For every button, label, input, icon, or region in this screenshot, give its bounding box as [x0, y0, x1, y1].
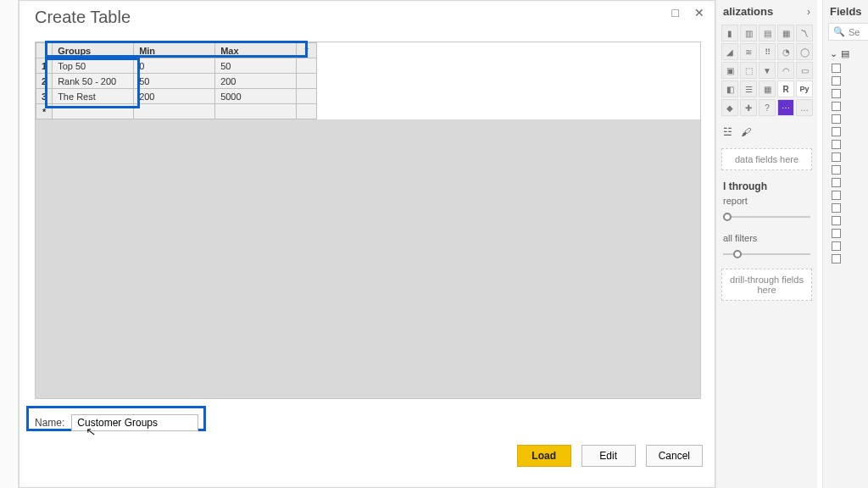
create-table-dialog: □ ✕ Create Table Groups Min Max * [19, 0, 715, 488]
row-header-blank [36, 43, 53, 58]
checkbox-icon [832, 191, 841, 200]
cell-max[interactable]: 50 [215, 58, 297, 74]
cell-extra[interactable] [297, 89, 317, 104]
table-row[interactable]: 3The Rest2005000 [36, 89, 317, 104]
field-checkbox-item[interactable] [826, 176, 868, 189]
visualizations-title: alizations [723, 5, 773, 18]
fields-tab-icon[interactable]: ☳ [723, 126, 732, 138]
cell-groups[interactable]: Rank 50 - 200 [53, 74, 134, 89]
slicer-icon[interactable]: ☰ [740, 80, 757, 97]
gauge-icon[interactable]: ◠ [777, 62, 794, 79]
cell-extra[interactable] [297, 58, 317, 74]
field-checkbox-item[interactable] [826, 151, 868, 164]
key-influencers-icon[interactable]: ◆ [721, 99, 738, 116]
field-checkbox-item[interactable] [826, 87, 868, 100]
row-number: 2 [36, 74, 53, 89]
checkbox-icon [832, 254, 841, 263]
table-new-row[interactable]: * [36, 104, 317, 119]
funnel-icon[interactable]: ▼ [759, 62, 776, 79]
field-checkbox-item[interactable] [826, 252, 868, 265]
load-button[interactable]: Load [517, 445, 571, 467]
field-checkbox-item[interactable] [826, 75, 868, 87]
window-maximize-icon[interactable]: □ [669, 4, 682, 21]
keep-all-filters-toggle[interactable] [723, 248, 810, 260]
cross-report-toggle[interactable] [723, 211, 810, 223]
field-checkbox-item[interactable] [826, 214, 868, 227]
stacked-column-icon[interactable]: ▤ [759, 25, 776, 42]
field-checkbox-item[interactable] [826, 202, 868, 214]
checkbox-icon [832, 127, 841, 136]
format-tab-icon[interactable]: 🖌 [741, 126, 751, 138]
python-visual-icon[interactable]: Py [796, 80, 813, 97]
field-checkbox-item[interactable] [826, 62, 868, 75]
chevron-right-icon[interactable]: › [807, 6, 810, 18]
checkbox-icon [832, 64, 841, 73]
pie-chart-icon[interactable]: ◔ [777, 43, 794, 60]
checkbox-icon [832, 203, 841, 213]
field-checkbox-item[interactable] [826, 240, 868, 252]
checkbox-icon [832, 216, 841, 225]
col-header-asterisk[interactable]: * [297, 43, 317, 58]
col-header-max[interactable]: Max [215, 43, 297, 58]
checkbox-icon [832, 165, 841, 175]
cell-max[interactable]: 200 [215, 74, 297, 89]
cell-min[interactable]: 0 [134, 58, 215, 74]
edit-button[interactable]: Edit [581, 445, 636, 467]
visualizations-pane: alizations › ▮ ▥ ▤ ▦ 〽 ◢ ≋ ⠿ ◔ ◯ ▣ ⬚ ▼ ◠… [715, 0, 817, 488]
cell-min[interactable]: 50 [134, 74, 215, 89]
drillthrough-fields-dropzone[interactable]: drill-through fields here [721, 269, 812, 301]
row-number: 3 [36, 89, 53, 104]
cell-extra[interactable] [297, 74, 317, 89]
field-checkbox-item[interactable] [826, 113, 868, 125]
kpi-icon[interactable]: ◧ [721, 80, 738, 97]
scatter-chart-icon[interactable]: ⠿ [759, 43, 776, 60]
decomposition-icon[interactable]: ✚ [740, 99, 757, 116]
cell-groups[interactable]: Top 50 [53, 58, 134, 74]
table-icon: ▤ [841, 48, 849, 59]
clustered-column-icon[interactable]: ▦ [777, 25, 794, 42]
create-table-grid[interactable]: Groups Min Max * 1Top 500502Rank 50 - 20… [36, 42, 317, 119]
import-visual-icon[interactable]: … [796, 99, 813, 116]
checkbox-icon [832, 76, 841, 86]
fields-search-input[interactable]: 🔍 Se [828, 23, 868, 41]
window-close-icon[interactable]: ✕ [691, 4, 708, 21]
map-icon[interactable]: ⬚ [740, 62, 757, 79]
cell-min[interactable]: 200 [134, 89, 215, 104]
checkbox-icon [832, 114, 841, 124]
ribbon-chart-icon[interactable]: ≋ [740, 43, 757, 60]
field-checkbox-item[interactable] [826, 164, 868, 176]
card-icon[interactable]: ▭ [796, 62, 813, 79]
field-checkbox-item[interactable] [826, 138, 868, 151]
field-checkbox-item[interactable] [826, 125, 868, 138]
treemap-icon[interactable]: ▣ [721, 62, 738, 79]
checkbox-icon [832, 140, 841, 149]
r-visual-icon[interactable]: R [777, 80, 794, 97]
cell-groups[interactable]: The Rest [53, 89, 134, 104]
name-label: Name: [35, 417, 64, 429]
dialog-grid-area: Groups Min Max * 1Top 500502Rank 50 - 20… [35, 42, 701, 399]
donut-chart-icon[interactable]: ◯ [796, 43, 813, 60]
new-row-marker: * [36, 104, 53, 119]
visual-values-dropzone[interactable]: data fields here [721, 148, 812, 170]
cross-report-label: report [720, 194, 814, 208]
powerapps-visual-icon[interactable]: ⋯ [777, 99, 794, 116]
area-chart-icon[interactable]: ◢ [721, 43, 738, 60]
clustered-bar-icon[interactable]: ▥ [740, 25, 757, 42]
cancel-button[interactable]: Cancel [646, 445, 703, 467]
field-checkbox-item[interactable] [826, 189, 868, 202]
checkbox-icon [832, 178, 841, 187]
field-checkbox-item[interactable] [826, 100, 868, 113]
cell-max[interactable]: 5000 [215, 89, 297, 104]
stacked-bar-icon[interactable]: ▮ [721, 25, 738, 42]
col-header-min[interactable]: Min [134, 43, 215, 58]
table-visual-icon[interactable]: ▦ [759, 80, 776, 97]
col-header-groups[interactable]: Groups [53, 43, 134, 58]
table-row[interactable]: 1Top 50050 [36, 58, 317, 74]
table-name-input[interactable] [71, 414, 198, 431]
keep-all-filters-label: all filters [720, 231, 814, 245]
field-checkbox-item[interactable] [826, 227, 868, 240]
fields-table-header[interactable]: ⌄ ▤ [826, 46, 868, 62]
line-chart-icon[interactable]: 〽 [796, 25, 813, 42]
qna-icon[interactable]: ? [759, 99, 776, 116]
table-row[interactable]: 2Rank 50 - 20050200 [36, 74, 317, 89]
